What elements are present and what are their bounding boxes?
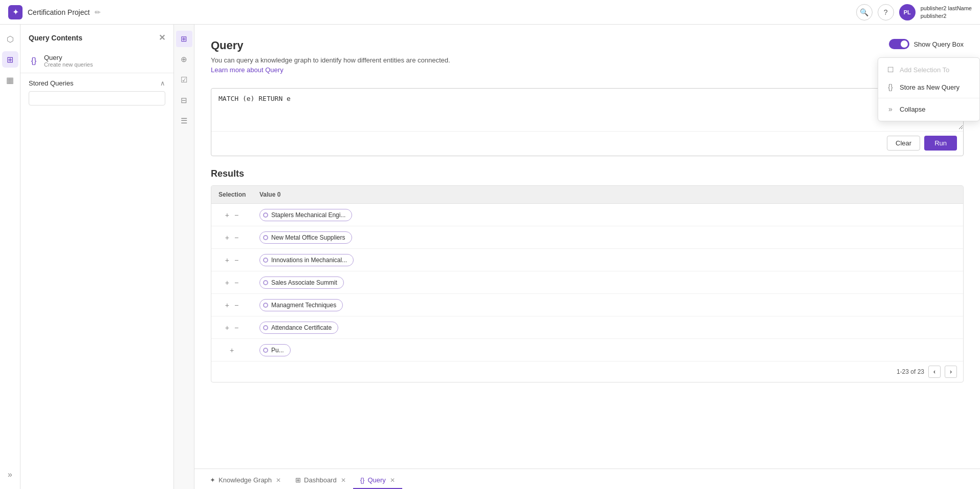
row-add-button[interactable]: + — [224, 301, 230, 309]
sidebar-query-sub: Create new queries — [44, 61, 93, 68]
icon-rail: ⬡ ⊞ ▦ » — [0, 25, 20, 489]
entity-chip[interactable]: Attendance Certificate — [259, 322, 338, 334]
col-selection: Selection — [211, 186, 252, 203]
action-list-icon[interactable]: ☰ — [176, 113, 192, 129]
row-value: Innovations in Mechanical... — [252, 250, 963, 270]
app-title: Certification Project — [28, 8, 90, 16]
learn-more-link[interactable]: Learn more about Query — [211, 66, 284, 74]
avatar[interactable]: PL — [899, 4, 916, 20]
search-button[interactable]: 🔍 — [856, 4, 873, 20]
rail-icon-network[interactable]: ⬡ — [2, 31, 18, 47]
row-add-button[interactable]: + — [224, 279, 230, 287]
row-value: Pu... — [252, 340, 963, 360]
row-remove-button[interactable]: − — [233, 301, 239, 309]
row-controls: + − — [211, 274, 252, 291]
row-add-button[interactable]: + — [224, 211, 230, 219]
entity-dot — [263, 235, 268, 240]
col-value0: Value 0 — [252, 186, 963, 203]
tab-query-label: Query — [367, 476, 385, 484]
tab-knowledge-graph[interactable]: ✦ Knowledge Graph ✕ — [203, 472, 288, 489]
row-value: Managment Techniques — [252, 295, 963, 315]
entity-chip[interactable]: Innovations in Mechanical... — [259, 254, 354, 266]
row-remove-button[interactable]: − — [233, 233, 239, 242]
dropdown-label-collapse: Collapse — [900, 105, 926, 113]
tab-knowledge-graph-close[interactable]: ✕ — [276, 477, 281, 484]
row-controls: + − — [211, 297, 252, 313]
tab-query[interactable]: {} Query ✕ — [353, 472, 402, 489]
table-row: + − Sales Associate Summit — [211, 271, 963, 294]
entity-chip[interactable]: Staplers Mechanical Engi... — [259, 209, 352, 221]
help-icon: ? — [884, 8, 888, 16]
row-remove-button[interactable]: − — [233, 279, 239, 287]
action-collapse-icon[interactable]: ⊟ — [176, 92, 192, 109]
results-title: Results — [211, 168, 964, 179]
prev-page-button[interactable]: ‹ — [928, 366, 941, 378]
entity-label: Managment Techniques — [271, 302, 336, 309]
action-table-icon[interactable]: ⊞ — [176, 31, 192, 47]
row-remove-button[interactable]: − — [233, 256, 239, 264]
entity-chip[interactable]: Sales Associate Summit — [259, 277, 344, 289]
next-page-button[interactable]: › — [945, 366, 957, 378]
rail-icon-expand[interactable]: » — [2, 466, 18, 483]
stored-queries-label: Stored Queries — [29, 79, 73, 87]
row-value: Staplers Mechanical Engi... — [252, 205, 963, 225]
sidebar-title: Query Contents — [29, 34, 82, 42]
entity-label: New Metal Office Suppliers — [271, 234, 345, 241]
row-add-button[interactable]: + — [229, 346, 235, 354]
entity-label: Sales Associate Summit — [271, 279, 337, 286]
sidebar-item-query[interactable]: {} Query Create new queries — [20, 49, 173, 73]
action-move-icon[interactable]: ⊕ — [176, 51, 192, 68]
row-add-button[interactable]: + — [224, 256, 230, 264]
entity-dot — [263, 325, 268, 330]
main-layout: ⬡ ⊞ ▦ » Query Contents ✕ {} Query Create… — [0, 25, 980, 489]
run-button[interactable]: Run — [924, 136, 957, 151]
table-footer: 1-23 of 23 ‹ › — [211, 362, 963, 382]
entity-chip[interactable]: New Metal Office Suppliers — [259, 231, 352, 244]
entity-dot — [263, 303, 268, 308]
sidebar: Query Contents ✕ {} Query Create new que… — [20, 25, 174, 489]
sidebar-header: Query Contents ✕ — [20, 25, 173, 49]
stored-queries-search[interactable] — [29, 91, 165, 105]
rail-icon-layers[interactable]: ⊞ — [2, 51, 18, 68]
stored-queries-section: Stored Queries ∧ — [20, 73, 173, 91]
add-selection-icon: ☐ — [886, 66, 895, 74]
row-add-button[interactable]: + — [224, 324, 230, 332]
query-actions: Clear Run — [211, 131, 963, 156]
user-info: publisher2 lastName publisher2 — [921, 5, 972, 19]
rail-icon-table[interactable]: ▦ — [2, 72, 18, 88]
table-row: + − Staplers Mechanical Engi... — [211, 204, 963, 226]
action-filter-icon[interactable]: ☑ — [176, 72, 192, 88]
dropdown-collapse[interactable]: » Collapse — [878, 100, 979, 118]
tab-dashboard-close[interactable]: ✕ — [341, 477, 346, 484]
entity-chip[interactable]: Pu... — [259, 344, 291, 356]
help-button[interactable]: ? — [878, 4, 894, 20]
knowledge-graph-tab-icon: ✦ — [210, 476, 215, 484]
query-box: MATCH (e) RETURN e Clear Run — [211, 88, 964, 156]
clear-button[interactable]: Clear — [887, 136, 920, 151]
query-icon: {} — [29, 56, 39, 66]
tab-query-close[interactable]: ✕ — [390, 477, 395, 484]
results-table: Selection Value 0 + − Staplers Mechanica… — [211, 185, 964, 382]
edit-icon[interactable]: ✏ — [95, 8, 101, 16]
entity-dot — [263, 212, 268, 218]
row-value: Attendance Certificate — [252, 317, 963, 338]
app-logo: ✦ — [8, 5, 23, 19]
entity-label: Attendance Certificate — [271, 324, 332, 331]
table-row: + − Managment Techniques — [211, 294, 963, 316]
row-remove-button[interactable]: − — [233, 211, 239, 219]
row-controls: + − — [211, 252, 252, 268]
dropdown-store-query[interactable]: {} Store as New Query — [878, 78, 979, 96]
table-row: + − New Metal Office Suppliers — [211, 226, 963, 249]
show-query-box-toggle[interactable] — [889, 39, 909, 49]
entity-chip[interactable]: Managment Techniques — [259, 299, 343, 311]
row-remove-button[interactable]: − — [233, 324, 239, 332]
tab-dashboard[interactable]: ⊞ Dashboard ✕ — [288, 472, 353, 489]
dropdown-label-store-query: Store as New Query — [900, 83, 960, 91]
dropdown-menu: ☐ Add Selection To {} Store as New Query… — [878, 57, 980, 121]
user-sub: publisher2 — [921, 12, 972, 19]
row-value: New Metal Office Suppliers — [252, 227, 963, 248]
query-textarea[interactable]: MATCH (e) RETURN e — [211, 89, 963, 130]
section-collapse-icon[interactable]: ∧ — [160, 79, 165, 87]
row-add-button[interactable]: + — [224, 233, 230, 242]
sidebar-close-button[interactable]: ✕ — [159, 33, 165, 42]
